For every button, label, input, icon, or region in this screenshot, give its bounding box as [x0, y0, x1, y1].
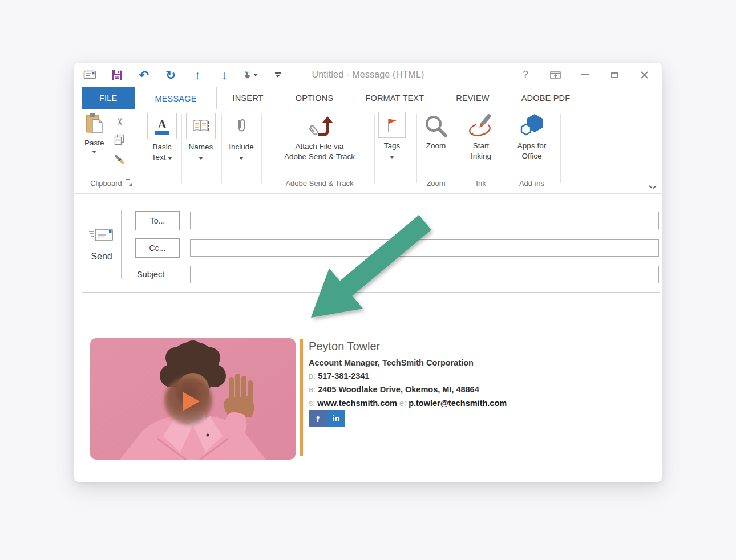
cc-button[interactable]: Cc...: [135, 238, 180, 258]
paste-button[interactable]: Paste: [84, 113, 104, 153]
paste-clipboard-icon: [84, 113, 104, 136]
copy-icon: [114, 134, 124, 145]
start-inking-button[interactable]: StartInking: [463, 114, 499, 161]
message-window: ↶ ↻ ↑ ↓ Untitled - Message (HTML) ?: [74, 63, 662, 482]
compose-header: Send To... Cc... Subject: [74, 194, 662, 292]
close-icon[interactable]: [637, 67, 652, 82]
magnifier-icon: [424, 114, 448, 138]
signature-name: Peyton Towler: [309, 339, 628, 353]
paste-label: Paste: [84, 138, 104, 148]
zoom-button[interactable]: Zoom: [420, 114, 452, 151]
title-bar: ↶ ↻ ↑ ↓ Untitled - Message (HTML) ?: [74, 63, 662, 87]
person-waving-image: [90, 338, 296, 460]
send-button[interactable]: Send: [82, 210, 122, 279]
signature-email-link[interactable]: p.towler@techsmith.com: [409, 399, 507, 408]
signature-social-icons: f in: [309, 410, 345, 427]
ink-pen-icon: [467, 114, 495, 138]
signature-phone-line: p: 517-381-2341: [309, 369, 628, 383]
signature-links-line: s: www.techsmith.com e: p.towler@techsmi…: [309, 396, 628, 410]
copy-button[interactable]: [112, 132, 127, 147]
include-caret-icon: [239, 157, 244, 160]
adobe-group-label: Adobe Send & Track: [268, 179, 371, 188]
to-button[interactable]: To...: [135, 211, 180, 230]
minimize-icon[interactable]: [577, 67, 592, 82]
signature-website-link[interactable]: www.techsmith.com: [317, 399, 397, 408]
subject-input[interactable]: [190, 266, 659, 283]
names-button[interactable]: Names: [184, 113, 218, 163]
ribbon-display-options-icon[interactable]: [548, 67, 563, 82]
tab-options[interactable]: OPTIONS: [280, 87, 350, 109]
tab-review[interactable]: REVIEW: [440, 87, 505, 109]
tab-file[interactable]: FILE: [82, 87, 135, 109]
signature-block: Peyton Towler Account Manager, TechSmith…: [309, 339, 628, 410]
message-body[interactable]: Peyton Towler Account Manager, TechSmith…: [82, 292, 660, 472]
address-book-icon: [186, 113, 216, 139]
signature-address: 2405 Woodlake Drive, Okemos, MI, 48864: [318, 385, 479, 394]
signature-divider-bar: [300, 339, 303, 456]
signature-title-line: Account Manager, TechSmith Corporation: [309, 356, 628, 369]
ribbon: Paste ✂ Clipboard A BasicText Names: [74, 109, 662, 194]
clipboard-group-label: Clipboard: [82, 179, 141, 188]
linkedin-icon[interactable]: in: [327, 410, 345, 427]
paste-caret-icon: [92, 151, 96, 153]
paperclip-icon: [227, 113, 256, 139]
window-controls: ?: [518, 63, 652, 87]
send-label: Send: [91, 251, 112, 262]
format-painter-button[interactable]: [112, 152, 127, 167]
tab-format-text[interactable]: FORMAT TEXT: [349, 87, 440, 109]
adobe-send-track-icon: [306, 114, 333, 139]
zoom-group-label: Zoom: [420, 179, 452, 188]
maximize-icon[interactable]: [607, 67, 622, 82]
basic-text-icon: A: [147, 113, 177, 139]
format-painter-icon: [113, 153, 126, 165]
tab-insert[interactable]: INSERT: [217, 87, 280, 109]
page: { "window": { "title": "Untitled - Messa…: [0, 0, 736, 560]
clipboard-dialog-launcher-icon[interactable]: [126, 179, 132, 186]
signature-address-line: a: 2405 Woodlake Drive, Okemos, MI, 4886…: [309, 383, 628, 396]
facebook-icon[interactable]: f: [309, 410, 327, 427]
to-input[interactable]: [190, 212, 659, 229]
names-caret-icon: [199, 157, 203, 160]
basic-text-caret-icon: [168, 157, 172, 160]
tab-message[interactable]: MESSAGE: [135, 87, 216, 109]
apps-for-office-button[interactable]: Apps forOffice: [511, 113, 552, 161]
tags-button[interactable]: Tags: [378, 112, 406, 161]
signature-video-thumbnail[interactable]: [90, 338, 296, 460]
flag-icon: [378, 112, 406, 138]
basic-text-button[interactable]: A BasicText: [146, 113, 178, 163]
cut-button[interactable]: ✂: [112, 114, 127, 129]
signature-company: TechSmith Corporation: [380, 358, 474, 367]
signature-phone: 517-381-2341: [318, 371, 369, 380]
scissors-icon: ✂: [114, 117, 126, 125]
tab-adobe-pdf[interactable]: ADOBE PDF: [506, 87, 587, 109]
tags-caret-icon: [390, 156, 394, 159]
addins-group-label: Add-ins: [511, 179, 552, 188]
signature-job-title: Account Manager,: [309, 358, 380, 367]
ink-group-label: Ink: [463, 179, 499, 188]
include-button[interactable]: Include: [225, 113, 258, 163]
send-envelope-icon: [88, 228, 115, 244]
ribbon-tabs: FILE MESSAGE INSERT OPTIONS FORMAT TEXT …: [74, 87, 662, 109]
subject-label: Subject: [137, 266, 164, 283]
help-icon[interactable]: ?: [518, 67, 533, 82]
cc-input[interactable]: [190, 239, 659, 257]
apps-for-office-icon: [519, 113, 545, 138]
attach-file-adobe-button[interactable]: Attach File viaAdobe Send & Track: [268, 114, 371, 162]
